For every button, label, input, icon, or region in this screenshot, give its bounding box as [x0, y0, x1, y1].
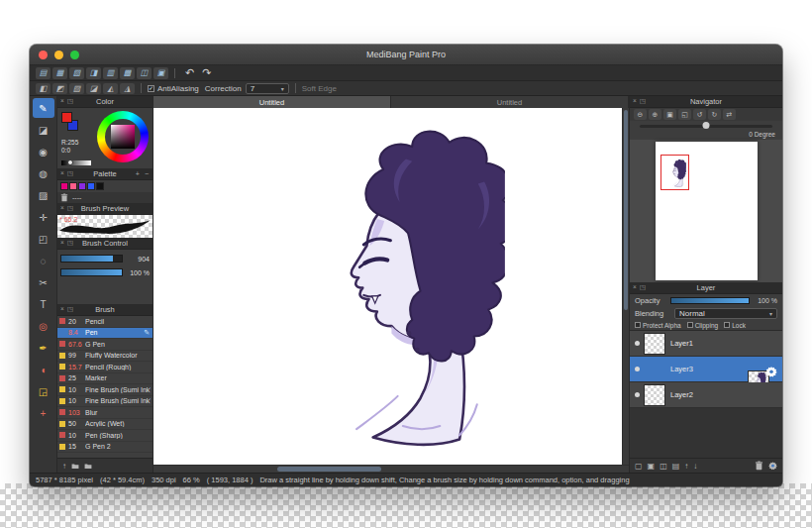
panel-close-icon[interactable]: ×	[60, 98, 64, 105]
brush-list-item[interactable]: 10 Fine Brush (Sumi Ink) ✎	[57, 384, 152, 396]
panel-popout-icon[interactable]: ◳	[640, 98, 646, 105]
toolbar-icon[interactable]: ▧	[69, 67, 84, 79]
brush-control-slider[interactable]: 904	[60, 255, 150, 263]
brush-list-item[interactable]: 103 Blur ✎	[57, 407, 152, 419]
layer-toolbar-button[interactable]: ▢	[635, 462, 643, 471]
brush-list-item[interactable]: 67.6 G Pen ✎	[57, 339, 152, 351]
navigator-tool-button[interactable]: ⊕	[649, 109, 661, 120]
color-wheel[interactable]	[97, 111, 149, 162]
brush-list-item[interactable]: 25 Marker ✎	[57, 373, 152, 385]
saturation-value-square[interactable]	[111, 125, 135, 149]
brush-list-item[interactable]: 20 Pencil ✎	[57, 316, 152, 328]
navigator-tool-button[interactable]: ↻	[708, 109, 721, 120]
layer-toolbar-button[interactable]: ↓	[693, 462, 697, 471]
toolbar-icon[interactable]: ▤	[36, 67, 51, 79]
minimize-window-button[interactable]	[54, 51, 63, 59]
panel-close-icon[interactable]: ×	[633, 284, 637, 291]
panel-popout-icon[interactable]: ◳	[67, 98, 73, 105]
brush-list-item[interactable]: 99 Fluffy Watercolor ✎	[57, 351, 152, 363]
navigator-zoom-slider[interactable]	[630, 121, 782, 131]
antialiasing-checkbox[interactable]: ✓ AntiAliasing	[148, 84, 199, 93]
toolbar-icon[interactable]: ▣	[153, 67, 168, 79]
toolbar-icon[interactable]: ◨	[86, 67, 101, 79]
brush-option-icon[interactable]: ◪	[86, 83, 101, 94]
palette-list-row[interactable]: ----	[57, 192, 152, 203]
layer-toolbar-button[interactable]: ↑	[684, 462, 688, 471]
slider-track[interactable]	[60, 255, 123, 263]
palette-swatch[interactable]	[69, 182, 77, 190]
brush-folder-icon[interactable]	[71, 462, 79, 471]
panel-popout-icon[interactable]: ◳	[67, 240, 73, 247]
tool-button[interactable]: ▨	[33, 185, 54, 205]
layer-option-checkbox[interactable]: Protect Alpha	[635, 322, 681, 329]
toolbar-icon[interactable]: ▥	[103, 67, 118, 79]
palette-swatch[interactable]	[60, 182, 68, 190]
layer-row[interactable]: Layer1	[630, 331, 782, 357]
panel-close-icon[interactable]: ×	[60, 240, 64, 247]
tool-button[interactable]: ✎	[33, 98, 54, 118]
palette-swatch[interactable]	[96, 182, 104, 190]
delete-layer-trash-icon[interactable]	[755, 461, 763, 471]
navigator-tool-button[interactable]: ⊖	[634, 109, 647, 120]
layer-visibility-toggle[interactable]	[630, 341, 644, 346]
layer-toolbar-button[interactable]: ▤	[672, 462, 680, 471]
panel-popout-icon[interactable]: ◳	[67, 205, 73, 212]
blending-select[interactable]: Normal ▾	[674, 308, 777, 319]
brush-list-item[interactable]: 15.7 Pencil (Rough) ✎	[57, 362, 152, 373]
canvas-vertical-scrollbar[interactable]	[622, 108, 629, 465]
close-window-button[interactable]	[39, 51, 48, 59]
zoom-slider-track[interactable]	[640, 125, 772, 128]
vertical-scroll-thumb[interactable]	[624, 110, 628, 310]
toolbar-icon[interactable]: ▦	[52, 67, 67, 79]
navigator-tool-button[interactable]: ⇄	[723, 109, 736, 120]
brush-list-item[interactable]: 10 Pen (Sharp) ✎	[57, 430, 152, 442]
brush-sort-up-button[interactable]: ↑	[62, 462, 66, 471]
correction-select[interactable]: 7 ▾	[246, 83, 289, 94]
brush-option-icon[interactable]: ◭	[103, 83, 118, 94]
layer-toolbar-button[interactable]: ◫	[660, 462, 667, 471]
layer-row[interactable]: Layer2	[630, 382, 782, 408]
canvas-tab[interactable]: Untitled	[391, 96, 629, 108]
canvas-tab[interactable]: Untitled	[153, 96, 391, 108]
zoom-window-button[interactable]	[70, 51, 79, 59]
navigator-tool-button[interactable]: ◱	[678, 109, 691, 120]
horizontal-scroll-thumb[interactable]	[277, 467, 382, 472]
brush-option-icon[interactable]: ◩	[52, 83, 67, 94]
zoom-slider-knob[interactable]	[703, 122, 710, 129]
opacity-slider[interactable]	[670, 297, 750, 304]
layer-option-checkbox[interactable]: Lock	[724, 322, 746, 329]
tool-button[interactable]: ◪	[33, 120, 54, 140]
layer-visibility-toggle[interactable]	[630, 392, 644, 397]
edit-brush-icon[interactable]: ✎	[144, 329, 151, 337]
tool-button[interactable]: ✒	[33, 338, 54, 358]
add-palette-color-button[interactable]: +	[135, 170, 141, 177]
brush-option-icon[interactable]: ◧	[36, 83, 51, 94]
toolbar-icon[interactable]: ▩	[120, 67, 135, 79]
brush-list-item[interactable]: 8.4 Pen ✎	[57, 328, 152, 340]
panel-close-icon[interactable]: ×	[60, 205, 64, 212]
tool-button[interactable]: ◍	[33, 163, 54, 183]
brush-list-item[interactable]: 15 G Pen 2 ✎	[57, 442, 152, 454]
tool-button[interactable]: ✛	[33, 207, 54, 227]
navigator-viewport-rectangle[interactable]	[660, 155, 689, 190]
palette-swatch[interactable]	[78, 182, 86, 190]
panel-popout-icon[interactable]: ◳	[67, 306, 73, 313]
add-brush-folder-icon[interactable]	[84, 462, 92, 471]
layer-toolbar-button[interactable]: ▣	[648, 462, 656, 471]
brush-list-item[interactable]: 10 Fine Brush (Sumi Ink) ✎	[57, 396, 152, 408]
tool-button[interactable]: ◌	[33, 251, 54, 270]
trash-icon[interactable]	[60, 193, 68, 202]
canvas-horizontal-scrollbar[interactable]	[153, 465, 629, 473]
redo-button[interactable]: ↷	[198, 67, 215, 78]
value-slider[interactable]	[61, 160, 91, 165]
layer-menu-gear-icon[interactable]	[768, 461, 777, 471]
slider-track[interactable]	[60, 268, 123, 276]
tool-button[interactable]: ◉	[33, 142, 54, 161]
remove-palette-color-button[interactable]: −	[144, 170, 150, 177]
layer-settings-gear-icon[interactable]	[765, 364, 777, 375]
panel-close-icon[interactable]: ×	[60, 306, 64, 313]
tool-button[interactable]: ◖	[33, 360, 54, 379]
layer-row[interactable]: Layer3	[630, 357, 782, 382]
layer-visibility-toggle[interactable]	[630, 367, 644, 371]
tool-button[interactable]: T	[33, 294, 54, 314]
